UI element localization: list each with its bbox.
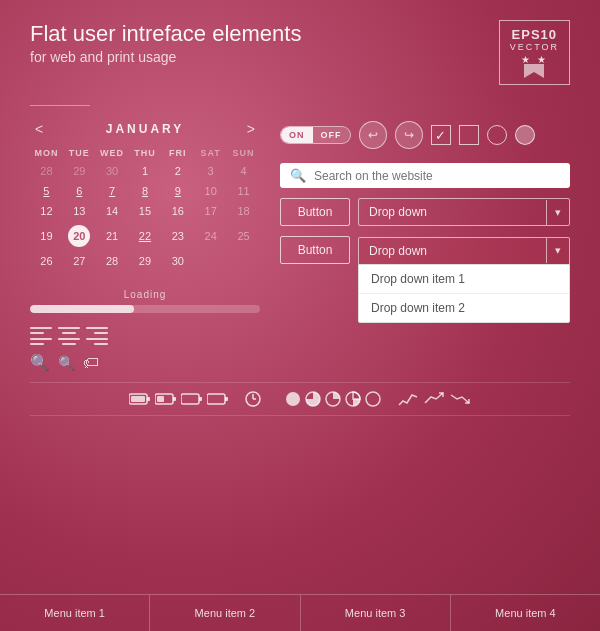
calendar-day[interactable]: 29	[129, 251, 162, 271]
zoom-out-icon[interactable]: 🔍	[58, 355, 75, 371]
calendar-day[interactable]: 23	[161, 221, 194, 251]
pie-3q-icon	[305, 391, 321, 407]
calendar-day[interactable]: 15	[129, 201, 162, 221]
clock-icon	[245, 391, 261, 407]
controls-row: ON OFF ↩ ↪	[280, 121, 570, 149]
calendar-month: JANUARY	[106, 122, 185, 136]
calendar-day[interactable]: 16	[161, 201, 194, 221]
battery-empty-icon	[181, 392, 203, 406]
calendar-day	[194, 251, 227, 271]
button-2[interactable]: Button	[280, 236, 350, 264]
dropdown-1[interactable]: Drop down ▾	[358, 198, 570, 226]
calendar-day[interactable]: 22	[129, 221, 162, 251]
calendar-day[interactable]: 14	[96, 201, 129, 221]
calendar-day[interactable]: 25	[227, 221, 260, 251]
calendar-day[interactable]: 19	[30, 221, 63, 251]
cal-th-wed: WED	[96, 145, 129, 161]
toggle-off-button[interactable]: OFF	[313, 127, 350, 143]
calendar-day[interactable]: 12	[30, 201, 63, 221]
svg-point-13	[286, 392, 300, 406]
cal-th-fri: FRI	[161, 145, 194, 161]
dropdown-2-container: Drop down ▾ Drop down item 1 Drop down i…	[358, 237, 570, 264]
zoom-in-icon[interactable]: 🔍	[30, 353, 50, 372]
checkbox-checked-icon[interactable]	[431, 125, 451, 145]
eps-type: VECTOR	[510, 42, 559, 52]
page-title: Flat user intreface elements	[30, 20, 301, 49]
dropdown-item-2[interactable]: Drop down item 2	[359, 294, 569, 322]
calendar-next-button[interactable]: >	[247, 121, 255, 137]
menu-item-1[interactable]: Menu item 1	[0, 595, 150, 631]
svg-rect-8	[207, 394, 225, 404]
svg-point-17	[366, 392, 380, 406]
loading-section: Loading	[30, 289, 260, 313]
button-row-1: Button Drop down ▾	[280, 198, 570, 226]
calendar-day[interactable]: 7	[96, 181, 129, 201]
calendar-day[interactable]: 20	[63, 221, 96, 251]
align-left-icon[interactable]	[30, 327, 52, 345]
calendar-prev-button[interactable]: <	[35, 121, 43, 137]
svg-rect-6	[181, 394, 199, 404]
radio-filled-icon[interactable]	[515, 125, 535, 145]
calendar-day[interactable]: 17	[194, 201, 227, 221]
calendar-day[interactable]: 3	[194, 161, 227, 181]
dropdown-2-trigger[interactable]: Drop down ▾	[358, 237, 570, 264]
calendar-day[interactable]: 9	[161, 181, 194, 201]
search-icon: 🔍	[290, 168, 306, 183]
calendar-day[interactable]: 6	[63, 181, 96, 201]
chart-line-icon	[397, 391, 419, 407]
calendar-day[interactable]: 29	[63, 161, 96, 181]
calendar-day[interactable]: 28	[96, 251, 129, 271]
calendar-row: 19202122232425	[30, 221, 260, 251]
zoom-row: 🔍 🔍 🏷	[30, 353, 260, 372]
header-section: Flat user intreface elements for web and…	[30, 20, 570, 85]
calendar-day[interactable]: 10	[194, 181, 227, 201]
menu-item-2[interactable]: Menu item 2	[150, 595, 300, 631]
calendar-grid: MON TUE WED THU FRI SAT SUN 282930123456…	[30, 145, 260, 271]
calendar-day[interactable]: 21	[96, 221, 129, 251]
text-align-row	[30, 327, 260, 345]
battery-full-icon	[129, 392, 151, 406]
content-area: < JANUARY > MON TUE WED THU FRI SAT SUN	[30, 121, 570, 372]
cal-th-sat: SAT	[194, 145, 227, 161]
calendar-day[interactable]: 8	[129, 181, 162, 201]
toggle-on-button[interactable]: ON	[281, 127, 313, 143]
calendar-day[interactable]: 4	[227, 161, 260, 181]
undo-icon[interactable]: ↩	[359, 121, 387, 149]
dropdown-2-arrow[interactable]: ▾	[546, 238, 569, 263]
button-row-2: Button Drop down ▾ Drop down item 1 Drop…	[280, 236, 570, 264]
menu-item-3[interactable]: Menu item 3	[301, 595, 451, 631]
moon-icon	[265, 391, 281, 407]
calendar-day[interactable]: 11	[227, 181, 260, 201]
calendar-day[interactable]: 30	[161, 251, 194, 271]
menu-item-4[interactable]: Menu item 4	[451, 595, 600, 631]
button-1[interactable]: Button	[280, 198, 350, 226]
redo-icon[interactable]: ↪	[395, 121, 423, 149]
checkbox-empty-icon[interactable]	[459, 125, 479, 145]
align-right-icon[interactable]	[86, 327, 108, 345]
calendar-day[interactable]: 26	[30, 251, 63, 271]
calendar-day[interactable]: 27	[63, 251, 96, 271]
cal-th-thu: THU	[129, 145, 162, 161]
dropdown-item-1[interactable]: Drop down item 1	[359, 265, 569, 294]
toggle-switch[interactable]: ON OFF	[280, 126, 351, 144]
calendar-day[interactable]: 24	[194, 221, 227, 251]
bottom-menu: Menu item 1 Menu item 2 Menu item 3 Menu…	[0, 594, 600, 631]
calendar-day[interactable]: 13	[63, 201, 96, 221]
calendar: < JANUARY > MON TUE WED THU FRI SAT SUN	[30, 121, 260, 271]
calendar-day[interactable]: 30	[96, 161, 129, 181]
align-center-icon[interactable]	[58, 327, 80, 345]
calendar-day[interactable]: 5	[30, 181, 63, 201]
calendar-day[interactable]: 18	[227, 201, 260, 221]
radio-icon[interactable]	[487, 125, 507, 145]
calendar-day[interactable]: 2	[161, 161, 194, 181]
calendar-day[interactable]: 28	[30, 161, 63, 181]
calendar-day[interactable]: 1	[129, 161, 162, 181]
pie-half-icon	[325, 391, 341, 407]
chart-down-icon	[449, 391, 471, 407]
dropdown-1-arrow[interactable]: ▾	[546, 200, 569, 225]
tag-icon[interactable]: 🏷	[83, 354, 99, 372]
progress-fill	[30, 305, 134, 313]
search-input[interactable]	[314, 169, 560, 183]
svg-rect-1	[147, 397, 150, 401]
pie-quarter-icon	[345, 391, 361, 407]
